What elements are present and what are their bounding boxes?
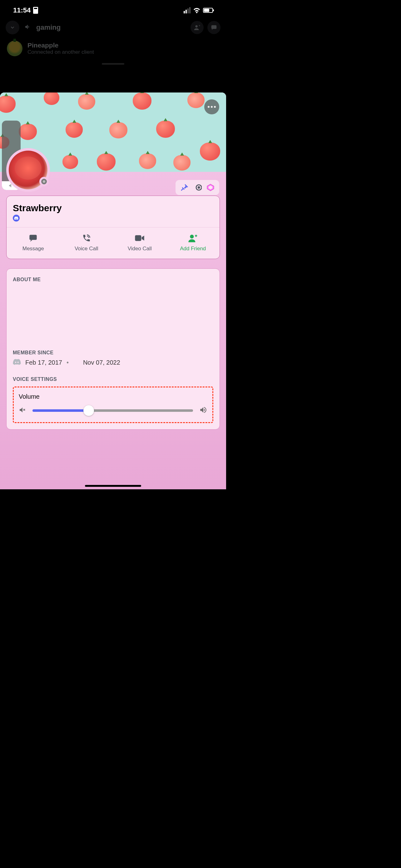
svg-rect-9 <box>30 235 37 240</box>
discord-logo-icon <box>13 215 20 221</box>
discord-logo-gray-icon <box>13 359 21 367</box>
user-avatar-pineapple <box>7 41 23 56</box>
more-options-button[interactable] <box>204 99 219 114</box>
background-channel-header: gaming Pineapple Connected on another cl… <box>0 19 226 68</box>
message-button[interactable]: Message <box>6 227 60 259</box>
profile-sheet: Strawberry Message Voice Call <box>0 92 226 489</box>
svg-point-0 <box>196 25 198 28</box>
sheet-grabber[interactable] <box>102 63 124 65</box>
status-bar: 11:54 <box>0 0 226 19</box>
cellular-signal-icon <box>183 7 191 13</box>
member-server-date: Nov 07, 2022 <box>83 359 120 366</box>
voice-call-button[interactable]: Voice Call <box>60 227 113 259</box>
battery-icon <box>203 8 213 13</box>
svg-point-3 <box>211 106 213 108</box>
volume-setting-highlighted: Volume <box>13 386 213 423</box>
add-friend-label: Add Friend <box>180 246 206 252</box>
voice-channel-icon <box>24 24 31 32</box>
status-left: 11:54 <box>13 6 38 14</box>
voice-settings-title: VOICE SETTINGS <box>13 376 213 382</box>
badge-boost-icon <box>206 183 215 192</box>
volume-slider[interactable] <box>32 409 193 412</box>
svg-point-11 <box>190 235 194 239</box>
video-icon <box>135 234 144 243</box>
profile-actions: Message Voice Call Video Call Add Friend <box>6 227 220 259</box>
add-friend-button[interactable]: Add Friend <box>166 227 220 259</box>
svg-rect-10 <box>135 235 141 241</box>
profile-badges[interactable] <box>175 180 219 195</box>
speaker-mute-icon[interactable] <box>19 406 26 415</box>
about-me-content <box>13 286 213 350</box>
background-username: Pineapple <box>28 41 94 49</box>
chat-icon <box>210 24 218 31</box>
person-add-icon <box>188 234 198 243</box>
voice-call-label: Voice Call <box>75 246 98 252</box>
presence-status-icon <box>39 177 49 186</box>
home-indicator[interactable] <box>85 485 141 487</box>
badge-nitro-icon <box>193 183 202 192</box>
video-call-button[interactable]: Video Call <box>113 227 166 259</box>
message-icon <box>28 234 38 243</box>
more-horizontal-icon <box>208 106 216 108</box>
status-right <box>183 7 213 13</box>
svg-point-2 <box>208 106 209 108</box>
member-since-row: Feb 17, 2017 • Nov 07, 2022 <box>13 359 213 367</box>
profile-tag-row <box>13 215 213 221</box>
add-friend-header-button[interactable] <box>191 21 204 34</box>
wifi-icon <box>193 7 201 13</box>
channel-name: gaming <box>36 24 186 32</box>
speaker-loud-icon[interactable] <box>199 406 207 415</box>
collapse-button[interactable] <box>6 21 20 34</box>
profile-avatar-wrap[interactable] <box>6 148 50 192</box>
id-card-icon <box>33 7 38 14</box>
background-voice-user[interactable]: Pineapple Connected on another client <box>6 34 221 59</box>
volume-label: Volume <box>19 393 207 400</box>
profile-info-card: Strawberry Message Voice Call <box>6 195 220 259</box>
profile-display-name: Strawberry <box>13 203 213 213</box>
background-user-status: Connected on another client <box>28 49 94 55</box>
badge-tools-icon <box>180 183 189 192</box>
volume-slider-thumb[interactable] <box>83 405 94 416</box>
member-discord-date: Feb 17, 2017 <box>25 359 62 366</box>
person-add-icon <box>194 24 201 31</box>
chevron-down-icon <box>10 25 15 30</box>
video-call-label: Video Call <box>128 246 152 252</box>
svg-point-6 <box>198 186 200 189</box>
status-time: 11:54 <box>13 6 31 14</box>
separator-dot: • <box>67 359 69 366</box>
member-since-title: MEMBER SINCE <box>13 350 213 355</box>
phone-icon <box>82 234 91 243</box>
about-me-title: ABOUT ME <box>13 277 213 282</box>
profile-details-card: ABOUT ME MEMBER SINCE Feb 17, 2017 • Nov… <box>6 269 220 430</box>
svg-rect-1 <box>211 25 217 29</box>
messages-header-button[interactable] <box>207 21 221 34</box>
message-label: Message <box>23 246 44 252</box>
svg-point-4 <box>214 106 216 108</box>
